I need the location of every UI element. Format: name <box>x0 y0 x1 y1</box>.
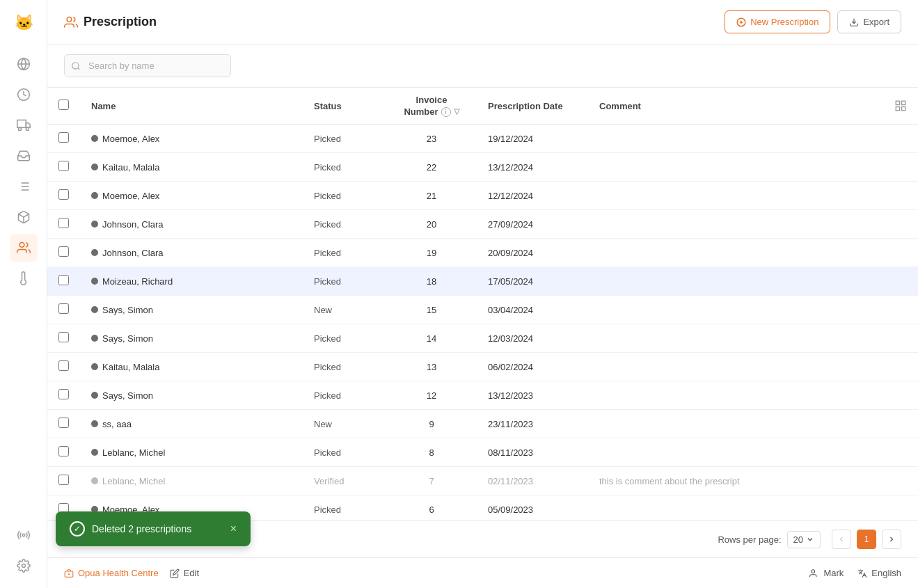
mark-label: Mark <box>823 568 844 578</box>
page-1-button[interactable]: 1 <box>857 530 876 549</box>
row-date-cell: 17/05/2024 <box>477 267 588 296</box>
org-name: Opua Health Centre <box>78 568 159 578</box>
toast-notification: ✓ Deleted 2 prescriptions × <box>56 511 251 546</box>
row-comment-cell <box>588 239 883 267</box>
svg-text:🐱: 🐱 <box>14 13 33 32</box>
language-action[interactable]: English <box>857 568 901 578</box>
row-invoice-cell: 23 <box>386 125 477 153</box>
globe-icon[interactable] <box>10 50 38 78</box>
svg-point-16 <box>22 564 25 568</box>
row-comment-cell <box>588 182 883 210</box>
row-checkbox[interactable] <box>58 275 69 285</box>
svg-rect-26 <box>896 107 899 111</box>
row-checkbox[interactable] <box>58 218 69 228</box>
edit-link[interactable]: Edit <box>170 568 199 578</box>
search-wrapper <box>64 54 231 77</box>
row-action-cell <box>883 495 918 521</box>
svg-point-15 <box>22 534 24 536</box>
row-checkbox[interactable] <box>58 303 69 314</box>
search-icon <box>71 61 81 71</box>
svg-rect-24 <box>896 101 899 104</box>
row-checkbox[interactable] <box>58 189 69 200</box>
column-menu-header <box>883 88 918 125</box>
title-text: Prescription <box>84 15 157 29</box>
export-button[interactable]: Export <box>837 10 901 33</box>
header-actions: New Prescription Export <box>725 10 901 33</box>
package-icon[interactable] <box>10 203 38 231</box>
row-action-cell <box>883 410 918 438</box>
row-name: Moemoe, Alex <box>102 134 159 144</box>
mark-action[interactable]: Mark <box>809 568 844 578</box>
prev-page-button[interactable] <box>832 530 851 549</box>
row-action-cell <box>883 381 918 410</box>
status-dot <box>91 249 98 256</box>
clock-icon[interactable] <box>10 81 38 109</box>
radio-icon[interactable] <box>10 521 38 549</box>
prescriptions-table: Name Status Invoice Number i <box>47 88 918 521</box>
row-status-cell: New <box>303 410 386 438</box>
row-action-cell <box>883 239 918 267</box>
svg-point-31 <box>812 569 815 573</box>
row-checkbox[interactable] <box>58 475 69 485</box>
row-comment-cell <box>588 153 883 182</box>
status-dot <box>91 363 98 370</box>
thermometer-icon[interactable] <box>10 264 38 292</box>
row-checkbox[interactable] <box>58 389 69 399</box>
rows-per-page-select[interactable]: 20 <box>787 531 821 548</box>
row-checkbox[interactable] <box>58 246 69 257</box>
select-all-checkbox[interactable] <box>58 100 69 110</box>
row-status-cell: Picked <box>303 438 386 467</box>
row-comment-cell <box>588 410 883 438</box>
row-invoice-cell: 13 <box>386 353 477 381</box>
row-date-cell: 03/04/2024 <box>477 296 588 324</box>
invoice-column-header: Invoice Number i ▽ <box>386 88 477 125</box>
row-checkbox[interactable] <box>58 332 69 342</box>
inbox-icon[interactable] <box>10 142 38 170</box>
row-name: Says, Simon <box>102 333 153 344</box>
row-date-cell: 13/12/2024 <box>477 153 588 182</box>
search-input[interactable] <box>64 54 231 77</box>
row-checkbox[interactable] <box>58 360 69 371</box>
row-invoice-cell: 15 <box>386 296 477 324</box>
table-row: Moemoe, Alex Picked 21 12/12/2024 <box>47 182 918 210</box>
rows-per-page-value: 20 <box>793 534 803 545</box>
org-link[interactable]: Opua Health Centre <box>64 568 159 578</box>
row-invoice-cell: 18 <box>386 267 477 296</box>
toast-close-button[interactable]: × <box>230 523 237 535</box>
column-visibility-icon[interactable] <box>894 100 907 112</box>
row-date-cell: 12/03/2024 <box>477 324 588 353</box>
svg-rect-27 <box>902 107 905 111</box>
truck-icon[interactable] <box>10 111 38 139</box>
row-comment-cell: this is comment about the prescript <box>588 467 883 495</box>
list-icon[interactable] <box>10 173 38 200</box>
row-checkbox-cell <box>47 267 80 296</box>
status-dot <box>91 164 98 170</box>
svg-point-17 <box>67 17 72 22</box>
row-comment-cell <box>588 438 883 467</box>
settings-icon[interactable] <box>10 552 38 580</box>
pagination: 1 <box>832 530 901 549</box>
users-icon[interactable] <box>10 234 38 262</box>
row-action-cell <box>883 267 918 296</box>
row-checkbox[interactable] <box>58 161 69 171</box>
language-label: English <box>871 568 901 578</box>
table-row: Kaitau, Malala Picked 13 06/02/2024 <box>47 353 918 381</box>
invoice-info-icon[interactable]: i <box>441 107 451 117</box>
row-checkbox[interactable] <box>58 132 69 143</box>
row-name: Says, Simon <box>102 305 153 315</box>
invoice-sort-icon[interactable]: ▽ <box>454 107 459 116</box>
row-checkbox[interactable] <box>58 446 69 456</box>
row-checkbox[interactable] <box>58 418 69 428</box>
new-prescription-button[interactable]: New Prescription <box>725 10 830 33</box>
new-prescription-label: New Prescription <box>750 17 818 27</box>
status-dot <box>91 221 98 228</box>
row-action-cell <box>883 353 918 381</box>
status-dot <box>91 278 98 285</box>
next-page-button[interactable] <box>882 530 901 549</box>
row-status-cell: Picked <box>303 381 386 410</box>
row-status-cell: Picked <box>303 182 386 210</box>
row-comment-cell <box>588 267 883 296</box>
row-date-cell: 02/11/2023 <box>477 467 588 495</box>
row-comment-cell <box>588 125 883 153</box>
row-checkbox-cell <box>47 438 80 467</box>
